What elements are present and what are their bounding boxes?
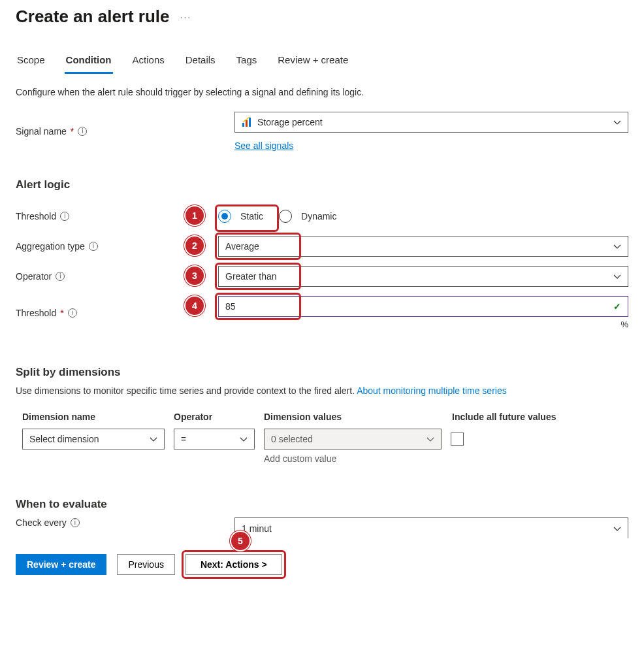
operator-dropdown[interactable]: Greater than [218, 266, 628, 287]
include-future-checkbox[interactable] [451, 433, 464, 446]
svg-rect-1 [246, 120, 248, 127]
info-icon[interactable]: i [89, 242, 98, 251]
tab-review-create[interactable]: Review + create [276, 54, 349, 74]
threshold-dynamic-radio[interactable] [279, 210, 292, 223]
signal-name-dropdown[interactable]: Storage percent [234, 112, 628, 133]
next-actions-button[interactable]: Next: Actions > [185, 554, 282, 575]
callout-4: 4 [184, 295, 205, 316]
callout-2: 2 [184, 235, 205, 256]
col-operator: Operator [174, 412, 264, 422]
dimension-operator-value: = [181, 434, 186, 444]
about-dimensions-link[interactable]: About monitoring multiple time series [357, 385, 507, 396]
chevron-down-icon [427, 435, 434, 443]
info-icon[interactable]: i [56, 272, 65, 281]
threshold-dynamic-label: Dynamic [301, 211, 336, 221]
operator-label: Operator [16, 271, 52, 282]
chevron-down-icon [240, 435, 248, 443]
tab-scope[interactable]: Scope [16, 54, 46, 74]
aggregation-type-label: Aggregation type [16, 241, 85, 252]
required-indicator: * [60, 308, 63, 318]
check-every-dropdown[interactable]: 1 minut [234, 517, 628, 538]
signal-name-label: Signal name [16, 126, 67, 137]
callout-1: 1 [184, 205, 205, 226]
check-every-label: Check every [16, 517, 67, 528]
aggregation-type-dropdown[interactable]: Average [218, 236, 628, 257]
threshold-value: 85 [225, 301, 236, 312]
see-all-signals-link[interactable]: See all signals [234, 140, 293, 151]
evaluate-heading: When to evaluate [16, 498, 628, 511]
dimension-name-dropdown[interactable]: Select dimension [22, 429, 165, 450]
svg-rect-2 [249, 118, 251, 127]
dimension-values-value: 0 selected [271, 434, 313, 444]
previous-button[interactable]: Previous [117, 554, 174, 575]
dimensions-heading: Split by dimensions [16, 366, 628, 379]
threshold-static-radio[interactable] [218, 210, 231, 223]
callout-3: 3 [184, 265, 205, 286]
required-indicator: * [71, 126, 74, 137]
alert-logic-heading: Alert logic [16, 178, 628, 191]
signal-name-value: Storage percent [257, 117, 323, 127]
chevron-down-icon [613, 242, 621, 250]
col-dimension-name: Dimension name [22, 412, 174, 422]
chevron-down-icon [613, 272, 621, 280]
col-include-future: Include all future values [452, 412, 556, 422]
dimension-values-dropdown[interactable]: 0 selected [264, 429, 442, 450]
dimensions-description: Use dimensions to monitor specific time … [16, 385, 357, 396]
metric-icon [242, 117, 252, 127]
chevron-down-icon [613, 525, 621, 532]
info-icon[interactable]: i [78, 127, 87, 136]
operator-value: Greater than [225, 271, 277, 282]
chevron-down-icon [150, 435, 157, 443]
add-custom-value-link[interactable]: Add custom value [264, 453, 442, 464]
condition-description: Configure when the alert rule should tri… [16, 87, 628, 97]
tab-details[interactable]: Details [184, 54, 217, 74]
threshold-value-input[interactable]: 85 ✓ [218, 296, 628, 317]
chevron-down-icon [613, 118, 621, 126]
tab-actions[interactable]: Actions [131, 54, 166, 74]
tab-tags[interactable]: Tags [235, 54, 259, 74]
col-dimension-values: Dimension values [264, 412, 452, 422]
info-icon[interactable]: i [68, 308, 77, 318]
threshold-static-label: Static [240, 211, 263, 221]
svg-rect-0 [242, 123, 244, 127]
tab-condition[interactable]: Condition [65, 54, 113, 74]
valid-checkmark-icon: ✓ [613, 301, 621, 312]
dimension-operator-dropdown[interactable]: = [174, 429, 255, 450]
info-icon[interactable]: i [71, 518, 80, 527]
threshold-value-label: Threshold [16, 308, 56, 318]
tab-bar: Scope Condition Actions Details Tags Rev… [16, 54, 628, 74]
threshold-unit: % [218, 319, 628, 329]
more-actions-icon[interactable]: ··· [180, 12, 192, 22]
review-create-button[interactable]: Review + create [16, 554, 106, 575]
page-title: Create an alert rule [16, 7, 170, 27]
info-icon[interactable]: i [60, 212, 69, 221]
aggregation-type-value: Average [225, 241, 259, 252]
callout-5: 5 [230, 531, 251, 551]
threshold-type-label: Threshold [16, 211, 56, 221]
dimension-name-value: Select dimension [29, 434, 99, 444]
